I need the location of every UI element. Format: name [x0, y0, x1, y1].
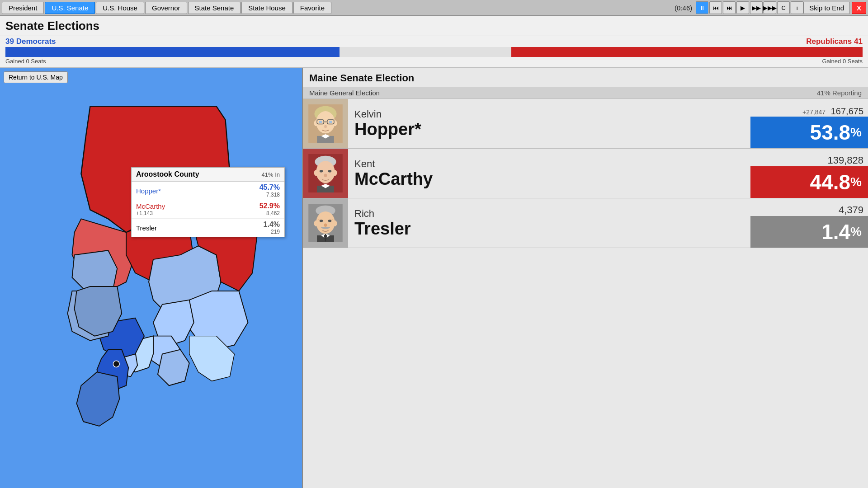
- top-navigation: President U.S. Senate U.S. House Governo…: [0, 0, 868, 16]
- page-header: Senate Elections: [0, 16, 868, 36]
- tab-us-house[interactable]: U.S. House: [96, 2, 144, 14]
- hopper-avatar: [303, 99, 348, 148]
- tooltip-tresler: Tresler 1.4% 219: [132, 219, 284, 237]
- hopper-pct-bar: 53.8 %: [750, 117, 868, 148]
- seat-bar: [5, 47, 863, 57]
- hopper-last-name: Hopper*: [354, 120, 744, 139]
- playback-controls: ⏸ ⏮ ⏭ ▶ ▶▶ ▶▶▶ C i: [696, 1, 803, 14]
- svg-point-23: [324, 174, 327, 177]
- tooltip-hopper-name: Hopper*: [136, 187, 161, 195]
- svg-point-34: [324, 223, 327, 227]
- hopper-results: +27,847 167,675 53.8 %: [750, 99, 868, 148]
- svg-point-11: [329, 121, 333, 123]
- svg-point-6: [333, 120, 337, 126]
- mccarthy-info: Kent McCarthy: [348, 149, 750, 198]
- tooltip-hopper-pct: 45.7%: [259, 183, 280, 192]
- info-button[interactable]: i: [791, 1, 803, 14]
- tresler-pct-bar: 1.4 %: [750, 216, 868, 248]
- tresler-last-name: Tresler: [354, 220, 744, 239]
- maine-map-svg[interactable]: [0, 68, 302, 488]
- dem-gained: Gained 0 Seats: [5, 58, 46, 65]
- hopper-first-name: Kelvin: [354, 108, 744, 120]
- candidate-row-mccarthy: Kent McCarthy 139,828 44.8 %: [303, 149, 868, 198]
- svg-point-12: [324, 125, 327, 128]
- tooltip-mccarthy-name: McCarthy: [136, 202, 165, 210]
- tresler-vote-count: 4,379: [839, 201, 868, 216]
- election-sub-header: Maine General Election 41% Reporting: [303, 87, 868, 99]
- tresler-first-name: Rich: [354, 208, 744, 220]
- skip-to-end-button[interactable]: Skip to End: [803, 2, 850, 14]
- gap-bar: [340, 47, 511, 57]
- svg-point-33: [328, 220, 332, 222]
- tooltip-tresler-votes: 219: [264, 229, 280, 235]
- hopper-info: Kelvin Hopper*: [348, 99, 750, 148]
- tooltip-mccarthy-delta: +1,143: [136, 210, 165, 216]
- map-panel: Return to U.S. Map: [0, 68, 303, 488]
- rep-gained: Gained 0 Seats: [822, 58, 863, 65]
- tresler-info: Rich Tresler: [348, 198, 750, 248]
- svg-point-21: [320, 170, 323, 173]
- prev-frame-button[interactable]: ⏮: [709, 1, 722, 14]
- tooltip-hopper: Hopper* 45.7% 7,318: [132, 182, 284, 200]
- mccarthy-pct-bar: 44.8 %: [750, 166, 868, 198]
- svg-point-19: [314, 170, 318, 176]
- candidate-row-hopper: Kelvin Hopper* +27,847 167,675 53.8 %: [303, 99, 868, 149]
- close-button[interactable]: X: [852, 2, 866, 14]
- tab-president[interactable]: President: [2, 2, 44, 14]
- mccarthy-first-name: Kent: [354, 158, 744, 170]
- tab-state-house[interactable]: State House: [241, 2, 292, 14]
- next-frame-button[interactable]: ⏭: [723, 1, 736, 14]
- tooltip-mccarthy-pct: 52.9%: [259, 202, 280, 210]
- democrat-bar: [5, 47, 340, 57]
- hopper-vote-count: +27,847 167,675: [802, 103, 868, 117]
- seat-counts: 39 Democrats Republicans 41: [5, 37, 863, 46]
- tooltip-hopper-votes: 7,318: [259, 192, 280, 198]
- tab-governor[interactable]: Governor: [145, 2, 187, 14]
- tresler-pct-suffix: %: [850, 225, 862, 239]
- svg-point-18: [316, 161, 335, 183]
- county-tooltip: Aroostook County 41% In Hopper* 45.7% 7,…: [131, 167, 285, 237]
- svg-point-10: [319, 121, 322, 123]
- mccarthy-pct: 44.8: [810, 170, 851, 194]
- tooltip-tresler-pct: 1.4%: [264, 221, 280, 229]
- pause-button[interactable]: ⏸: [696, 1, 708, 14]
- reporting-percentage: 41% Reporting: [817, 89, 862, 97]
- mccarthy-results: 139,828 44.8 %: [750, 149, 868, 198]
- tooltip-mccarthy-votes: 8,462: [259, 210, 280, 216]
- tooltip-mccarthy: McCarthy +1,143 52.9% 8,462: [132, 200, 284, 219]
- tresler-avatar: [303, 198, 348, 248]
- gained-row: Gained 0 Seats Gained 0 Seats: [5, 58, 863, 65]
- democrat-count: 39 Democrats: [5, 37, 56, 46]
- faster-button[interactable]: ▶▶▶: [764, 1, 776, 14]
- sub-header-label: Maine General Election: [309, 89, 380, 97]
- tooltip-header: Aroostook County 41% In: [132, 168, 284, 182]
- republican-count: Republicans 41: [806, 37, 863, 46]
- county-name: Aroostook County: [136, 170, 199, 178]
- tab-state-senate[interactable]: State Senate: [188, 2, 241, 14]
- play-button[interactable]: ▶: [736, 1, 749, 14]
- tooltip-reporting: 41% In: [262, 171, 280, 178]
- fast-forward-button[interactable]: ▶▶: [750, 1, 763, 14]
- mccarthy-vote-count: 139,828: [827, 151, 868, 166]
- tooltip-tresler-name: Tresler: [136, 224, 157, 232]
- svg-point-31: [333, 221, 337, 226]
- capital-marker: [113, 361, 119, 367]
- page-title: Senate Elections: [5, 19, 863, 33]
- senate-bar-section: 39 Democrats Republicans 41 Gained 0 Sea…: [0, 36, 868, 68]
- reset-button[interactable]: C: [777, 1, 790, 14]
- svg-point-5: [314, 120, 318, 126]
- hopper-pct-suffix: %: [850, 125, 862, 140]
- tab-favorite[interactable]: Favorite: [293, 2, 331, 14]
- republican-bar: [511, 47, 863, 57]
- hopper-pct: 53.8: [810, 120, 851, 145]
- oxford-county[interactable]: [75, 286, 122, 336]
- mccarthy-last-name: McCarthy: [354, 170, 744, 189]
- timer-display: (0:46): [675, 4, 692, 12]
- tab-us-senate[interactable]: U.S. Senate: [45, 2, 95, 14]
- main-content: Return to U.S. Map: [0, 68, 868, 488]
- mccarthy-pct-suffix: %: [850, 175, 862, 189]
- svg-point-30: [314, 221, 318, 226]
- return-to-map-button[interactable]: Return to U.S. Map: [4, 71, 68, 83]
- candidate-row-tresler: Rich Tresler 4,379 1.4 %: [303, 198, 868, 248]
- results-title: Maine Senate Election: [303, 68, 868, 87]
